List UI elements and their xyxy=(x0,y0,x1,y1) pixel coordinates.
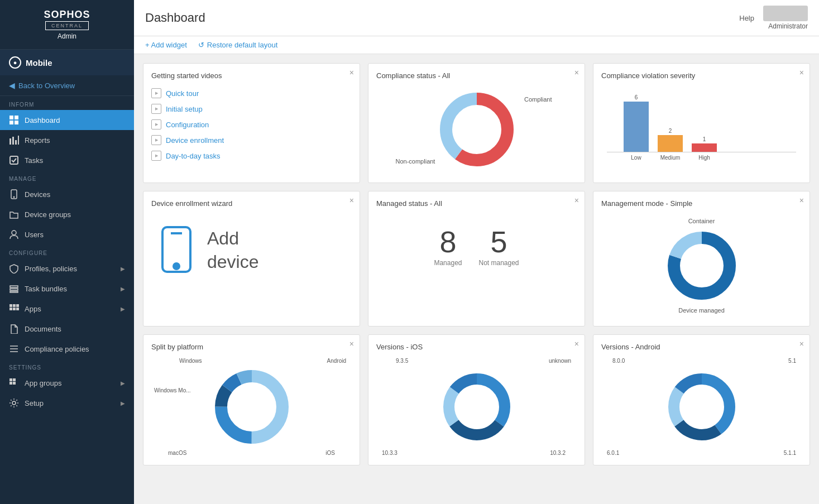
not-managed-count: 5 xyxy=(479,224,519,259)
widget-device-enrollment: Device enrollment wizard × Add device xyxy=(143,191,360,327)
bars-area: 6 2 1 xyxy=(607,91,796,152)
sidebar-item-label: Apps xyxy=(25,305,41,313)
widget-close-button[interactable]: × xyxy=(349,196,354,205)
widget-close-button[interactable]: × xyxy=(349,68,354,77)
phone-icon xyxy=(9,189,19,199)
widget-title: Split by platform xyxy=(151,343,352,351)
admin-label: Administrator xyxy=(768,22,808,30)
widget-close-button[interactable]: × xyxy=(799,196,804,205)
label-windows: Windows xyxy=(179,358,202,364)
chart-icon xyxy=(9,135,19,145)
sidebar-item-label: Documents xyxy=(25,325,61,333)
enrollment-content: Add device xyxy=(151,213,352,287)
sidebar-item-tasks[interactable]: Tasks xyxy=(0,150,134,170)
video-list: Quick tour Initial setup Configuration D… xyxy=(151,85,352,164)
widget-versions-android: Versions - Android × 8.0.0 5.1 6.0.1 5.1… xyxy=(593,334,810,465)
sidebar-item-dashboard[interactable]: Dashboard xyxy=(0,110,134,130)
svg-rect-13 xyxy=(10,289,18,290)
folder-icon xyxy=(9,209,19,219)
sidebar-item-label: Profiles, policies xyxy=(25,265,77,273)
sidebar-item-users[interactable]: Users xyxy=(0,224,134,244)
sidebar-item-documents[interactable]: Documents xyxy=(0,319,134,339)
add-widget-button[interactable]: + Add widget xyxy=(145,41,187,49)
sidebar-item-compliance-policies[interactable]: Compliance policies xyxy=(0,339,134,359)
label-macos: macOS xyxy=(168,450,186,456)
sidebar-item-app-groups[interactable]: App groups ▶ xyxy=(0,373,134,393)
bar-labels-row: Low Medium High xyxy=(607,155,796,161)
widget-compliance-violation: Compliance violation severity × 6 2 1 xyxy=(593,63,810,183)
sidebar-item-label: Reports xyxy=(25,136,50,145)
widget-title: Getting started videos xyxy=(151,71,352,80)
help-link[interactable]: Help xyxy=(739,14,754,22)
dashboard-grid: Getting started videos × Quick tour Init… xyxy=(134,54,819,474)
back-to-overview[interactable]: ◀ Back to Overview xyxy=(0,75,134,96)
quick-tour-link[interactable]: Quick tour xyxy=(166,89,199,98)
platform-donut-container: Android Windows Windows Mo... macOS iOS xyxy=(151,357,352,457)
widget-close-button[interactable]: × xyxy=(574,339,579,348)
svg-rect-6 xyxy=(15,140,17,145)
svg-rect-17 xyxy=(16,304,19,307)
sidebar-item-label: Compliance policies xyxy=(25,345,89,353)
svg-rect-25 xyxy=(13,378,16,381)
svg-rect-26 xyxy=(9,382,12,385)
device-enrollment-link[interactable]: Device enrollment xyxy=(166,136,224,145)
check-icon xyxy=(9,155,19,165)
sidebar-item-devices[interactable]: Devices xyxy=(0,184,134,204)
ios-donut-container: 9.3.5 unknown 10.3.3 10.3.2 xyxy=(376,357,577,457)
android-label-601: 6.0.1 xyxy=(607,450,619,456)
list-item: Initial setup xyxy=(151,101,352,117)
widget-close-button[interactable]: × xyxy=(349,339,354,348)
sidebar-logo: SOPHOS CENTRAL Admin xyxy=(0,0,134,50)
device-managed-label: Device managed xyxy=(678,307,725,314)
restore-layout-label: Restore default layout xyxy=(207,41,277,49)
widget-close-button[interactable]: × xyxy=(799,339,804,348)
sidebar-item-apps[interactable]: Apps ▶ xyxy=(0,299,134,319)
noncompliant-label: Non-compliant xyxy=(396,158,435,165)
sidebar-item-device-groups[interactable]: Device groups xyxy=(0,204,134,224)
bar-col-low: 6 xyxy=(624,94,649,152)
not-managed-count-block: 5 Not managed xyxy=(479,224,519,267)
top-bar: Dashboard Help Administrator xyxy=(134,0,819,36)
android-donut-chart xyxy=(660,365,744,449)
bar-value-high: 1 xyxy=(703,136,706,142)
phone-device-icon xyxy=(157,224,196,276)
bar-value-medium: 2 xyxy=(669,128,672,134)
widget-close-button[interactable]: × xyxy=(574,68,579,77)
section-inform: INFORM xyxy=(0,96,134,110)
initial-setup-link[interactable]: Initial setup xyxy=(166,105,203,113)
donut-wrapper: Compliant Non-compliant xyxy=(432,85,521,176)
main-content: Dashboard Help Administrator + Add widge… xyxy=(134,0,819,504)
sidebar-item-label: Task bundles xyxy=(25,285,67,293)
restore-layout-button[interactable]: ↺ Restore default layout xyxy=(198,41,277,49)
ios-label-1032: 10.3.2 xyxy=(550,450,566,456)
compliant-label: Compliant xyxy=(524,96,552,103)
list-item: Device enrollment xyxy=(151,132,352,148)
day-to-day-link[interactable]: Day-to-day tasks xyxy=(166,152,221,160)
widget-compliance-status: Compliance status - All × Compliant Non-… xyxy=(368,63,585,183)
bar-low xyxy=(624,102,649,152)
widget-close-button[interactable]: × xyxy=(799,68,804,77)
svg-point-33 xyxy=(174,263,179,269)
page-title: Dashboard xyxy=(145,11,205,25)
bundle-icon xyxy=(9,284,19,294)
sidebar-item-reports[interactable]: Reports xyxy=(0,130,134,150)
widget-close-button[interactable]: × xyxy=(574,196,579,205)
label-ios: iOS xyxy=(325,450,335,456)
bar-col-medium: 2 xyxy=(658,128,683,152)
configuration-link[interactable]: Configuration xyxy=(166,121,209,129)
not-managed-label: Not managed xyxy=(479,259,519,267)
widget-split-platform: Split by platform × Android Windows xyxy=(143,334,360,465)
brand-name: SOPHOS xyxy=(9,9,125,21)
sidebar-item-task-bundles[interactable]: Task bundles ▶ xyxy=(0,279,134,299)
svg-rect-27 xyxy=(13,382,16,385)
managed-label: Managed xyxy=(434,259,462,267)
svg-rect-1 xyxy=(15,116,18,119)
widget-title: Compliance status - All xyxy=(376,71,577,80)
managed-count-block: 8 Managed xyxy=(434,224,462,267)
ios-label-unknown: unknown xyxy=(549,358,571,364)
sidebar-item-profiles-policies[interactable]: Profiles, policies ▶ xyxy=(0,258,134,279)
section-settings: SETTINGS xyxy=(0,359,134,373)
sidebar-item-setup[interactable]: Setup ▶ xyxy=(0,393,134,413)
svg-point-28 xyxy=(12,401,16,405)
person-icon xyxy=(9,229,19,239)
